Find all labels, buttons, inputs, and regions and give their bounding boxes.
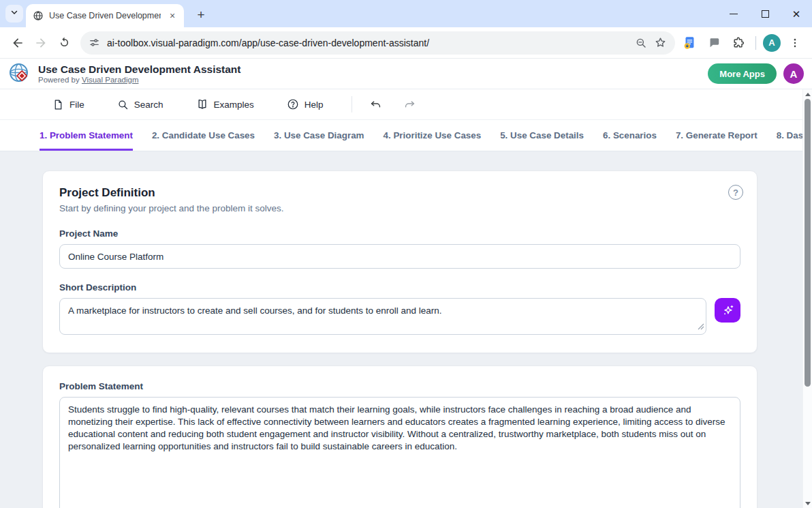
search-icon (117, 99, 129, 110)
short-description-textarea[interactable]: A marketplace for instructors to create … (59, 298, 706, 335)
reload-icon (58, 36, 71, 49)
app-title-block: Use Case Driven Development Assistant Po… (38, 63, 240, 84)
undo-button[interactable] (364, 93, 388, 115)
menu-examples[interactable]: Examples (187, 93, 263, 116)
card-subtitle: Start by defining your project and the p… (59, 203, 740, 213)
scroll-down-button[interactable] (803, 498, 812, 508)
main-content: Project Definition Start by defining you… (0, 151, 802, 508)
address-bar[interactable]: ai-toolbox.visual-paradigm.com/app/use-c… (80, 31, 675, 55)
powered-by: Powered by Visual Paradigm (38, 76, 240, 84)
bookmark-star-icon[interactable] (654, 36, 667, 49)
maximize-icon (762, 10, 769, 18)
visual-paradigm-logo (8, 62, 31, 85)
back-icon (11, 36, 25, 50)
tab-candidate-use-cases[interactable]: 2. Candidate Use Cases (152, 120, 255, 151)
new-tab-button[interactable]: + (192, 6, 210, 24)
speech-bubble-icon (708, 36, 721, 49)
forward-button[interactable] (30, 32, 52, 54)
scrollbar-thumb[interactable] (805, 99, 811, 387)
docs-extension-button[interactable] (679, 33, 700, 53)
reload-button[interactable] (53, 32, 75, 54)
scroll-up-icon (805, 93, 811, 96)
undo-icon (369, 98, 382, 111)
globe-favicon-icon (33, 10, 44, 21)
tab-use-case-diagram[interactable]: 3. Use Case Diagram (274, 120, 364, 151)
app-header: Use Case Driven Development Assistant Po… (0, 59, 812, 89)
help-icon (287, 98, 299, 110)
browser-tab[interactable]: Use Case Driven Development Assistant × (26, 4, 184, 27)
minimize-icon (730, 14, 738, 14)
extension-cluster: A (679, 33, 805, 53)
browser-toolbar: ai-toolbox.visual-paradigm.com/app/use-c… (0, 27, 812, 59)
problem-statement-card: Problem Statement Students struggle to f… (42, 365, 758, 508)
short-description-label: Short Description (59, 282, 740, 293)
tab-close-icon[interactable]: × (166, 10, 178, 22)
kebab-menu-icon (789, 37, 801, 49)
toolbar-divider (755, 36, 756, 50)
browser-titlebar: Use Case Driven Development Assistant × … (0, 0, 812, 27)
extensions-button[interactable] (728, 33, 749, 53)
browser-menu-button[interactable] (785, 33, 805, 53)
zoom-out-icon[interactable] (635, 37, 647, 49)
scroll-up-button[interactable] (803, 89, 812, 99)
project-name-input[interactable] (59, 244, 740, 269)
site-settings-icon[interactable] (89, 37, 100, 48)
more-apps-button[interactable]: More Apps (708, 63, 777, 84)
browser-window: Use Case Driven Development Assistant × … (0, 0, 812, 508)
problem-statement-textarea[interactable]: Students struggle to find high-quality, … (59, 397, 740, 508)
user-avatar[interactable]: A (783, 63, 804, 84)
puzzle-icon (732, 36, 745, 50)
project-name-label: Project Name (59, 228, 740, 239)
maximize-button[interactable] (749, 0, 781, 27)
close-window-button[interactable]: ✕ (781, 0, 812, 27)
menu-help[interactable]: Help (278, 93, 332, 116)
minimize-button[interactable] (718, 0, 749, 27)
menubar-divider (352, 96, 352, 113)
tab-scenarios[interactable]: 6. Scenarios (603, 120, 657, 151)
tab-use-case-details[interactable]: 5. Use Case Details (500, 120, 584, 151)
menu-file[interactable]: File (44, 93, 93, 116)
project-definition-card: Project Definition Start by defining you… (42, 170, 758, 353)
page-scrollbar[interactable] (802, 89, 812, 508)
forward-icon (34, 36, 48, 50)
back-button[interactable] (7, 32, 29, 54)
sparkles-icon (721, 303, 735, 318)
chevron-down-icon (10, 8, 19, 20)
visual-paradigm-link[interactable]: Visual Paradigm (82, 76, 139, 84)
feedback-extension-button[interactable] (704, 33, 724, 53)
ai-generate-button[interactable] (715, 298, 740, 323)
redo-button[interactable] (399, 93, 422, 115)
url-text[interactable]: ai-toolbox.visual-paradigm.com/app/use-c… (107, 38, 628, 48)
card-help-icon[interactable]: ? (728, 185, 743, 200)
tab-generate-report[interactable]: 7. Generate Report (676, 120, 758, 151)
app-menubar: File Search Examples Help (0, 89, 802, 120)
tab-search-button[interactable] (5, 5, 23, 23)
document-download-icon (682, 35, 697, 50)
menu-search[interactable]: Search (108, 93, 172, 116)
step-tabs: 1. Problem Statement 2. Candidate Use Ca… (0, 120, 802, 151)
app-title: Use Case Driven Development Assistant (38, 63, 240, 76)
book-icon (196, 98, 208, 110)
scroll-down-icon (805, 502, 811, 505)
problem-statement-label: Problem Statement (59, 381, 740, 391)
tab-prioritize-use-cases[interactable]: 4. Prioritize Use Cases (384, 120, 482, 151)
file-icon (52, 99, 64, 110)
window-controls: ✕ (718, 0, 812, 27)
card-title: Project Definition (59, 186, 740, 200)
redo-icon (403, 98, 416, 111)
tab-title: Use Case Driven Development Assistant (49, 11, 161, 20)
tab-problem-statement[interactable]: 1. Problem Statement (40, 120, 133, 151)
browser-profile-avatar[interactable]: A (763, 34, 781, 52)
close-icon: ✕ (792, 9, 801, 19)
